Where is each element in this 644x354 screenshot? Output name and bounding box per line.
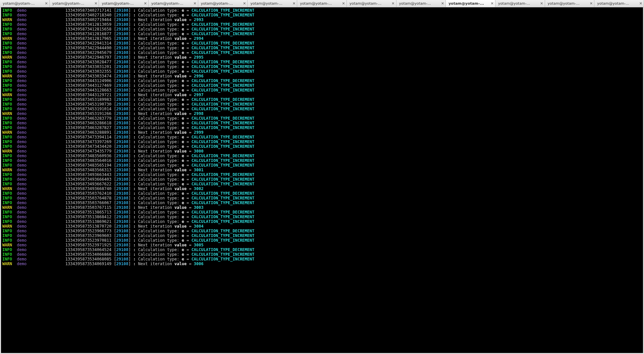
log-level: WARN <box>2 261 12 266</box>
log-pid: 29108 <box>116 83 128 88</box>
log-pid: 29108 <box>116 130 128 135</box>
log-line: INFO demo 1334395873483564016 [29108] : … <box>2 158 642 163</box>
terminal-tab[interactable]: yotam@yotam-...✕ <box>347 0 396 7</box>
log-pid: 29108 <box>116 229 128 233</box>
log-line: INFO demo 1334395873513868412 [29108] : … <box>2 215 642 219</box>
iteration-value: 3005 <box>194 243 204 247</box>
terminal-tab[interactable]: yotam@yotam-...✕ <box>99 0 149 7</box>
terminal-tab[interactable]: yotam@yotam-...✕ <box>594 0 644 7</box>
calc-type-value: CALCULATION_TYPE_DECREMENT <box>192 97 255 102</box>
log-timestamp: 1334395873523970811 <box>65 238 111 243</box>
calc-type-value: CALCULATION_TYPE_INCREMENT <box>192 8 255 13</box>
log-line: INFO demo 1334395873534066866 [29108] : … <box>2 252 642 257</box>
log-level: INFO <box>2 46 12 50</box>
log-level: INFO <box>2 13 12 17</box>
iteration-value: 3004 <box>194 224 204 229</box>
log-source: demo <box>17 69 26 74</box>
close-icon[interactable]: ✕ <box>590 1 593 6</box>
close-icon[interactable]: ✕ <box>45 1 48 6</box>
terminal-tab[interactable]: yotam@yotam-...✕ <box>198 0 248 7</box>
terminal-tab[interactable]: yotam@yotam-...✕ <box>149 0 198 7</box>
calc-type-value: CALCULATION_TYPE_INCREMENT <box>192 177 255 182</box>
terminal-output[interactable]: INFO demo 1334395873402717141 [29108] : … <box>0 7 644 354</box>
close-icon[interactable]: ✕ <box>144 1 147 6</box>
log-pid: 29108 <box>116 139 128 144</box>
log-timestamp: 1334395873463286618 <box>65 121 111 125</box>
terminal-tab[interactable]: yotam@yotam-...✕ <box>446 0 495 7</box>
log-pid: 29108 <box>116 36 128 41</box>
terminal-tab[interactable]: yotam@yotam-...✕ <box>545 0 595 7</box>
log-line: INFO demo 1334395873503764878 [29108] : … <box>2 196 642 200</box>
log-source: demo <box>17 154 26 158</box>
log-level: INFO <box>2 121 12 125</box>
log-line: INFO demo 1334395873493666403 [29108] : … <box>2 177 642 182</box>
terminal-tab[interactable]: yotam@yotam-...✕ <box>396 0 446 7</box>
log-line: WARN demo 1334395873463288891 [29108] : … <box>2 130 642 135</box>
log-source: demo <box>17 261 26 266</box>
log-pid: 29108 <box>116 243 128 247</box>
log-source: demo <box>17 210 26 215</box>
log-timestamp: 1334395873513870720 <box>65 224 111 229</box>
calc-type-value: CALCULATION_TYPE_INCREMENT <box>192 144 255 149</box>
close-icon[interactable]: ✕ <box>194 1 197 6</box>
log-level: INFO <box>2 8 12 13</box>
terminal-tab[interactable]: yotam@yotam-...✕ <box>495 0 545 7</box>
log-timestamp: 1334395873534064524 <box>65 247 111 252</box>
close-icon[interactable]: ✕ <box>94 1 97 6</box>
log-pid: 29108 <box>116 144 128 149</box>
log-timestamp: 1334395873453190730 <box>65 102 111 107</box>
log-source: demo <box>17 74 26 78</box>
close-icon[interactable]: ✕ <box>342 1 345 6</box>
terminal-tab[interactable]: yotam@yotam-...✕ <box>50 0 99 7</box>
log-source: demo <box>17 97 26 102</box>
log-line: INFO demo 1334395873473397269 [29108] : … <box>2 139 642 144</box>
log-level: INFO <box>2 50 12 55</box>
log-source: demo <box>17 177 26 182</box>
close-icon[interactable]: ✕ <box>292 1 296 6</box>
log-source: demo <box>17 139 26 144</box>
calc-type-value: CALCULATION_TYPE_INCREMENT <box>192 233 255 238</box>
log-pid: 29108 <box>116 154 128 158</box>
log-pid: 29108 <box>116 46 128 50</box>
close-icon[interactable]: ✕ <box>639 1 642 6</box>
log-timestamp: 1334395873513865713 <box>65 210 111 215</box>
log-line: INFO demo 1334395873402718340 [29108] : … <box>2 13 642 17</box>
log-source: demo <box>17 83 26 88</box>
log-pid: 29108 <box>116 121 128 125</box>
log-line: INFO demo 1334395873463286618 [29108] : … <box>2 121 642 125</box>
log-level: INFO <box>2 163 12 168</box>
log-source: demo <box>17 257 26 261</box>
log-pid: 29108 <box>116 135 128 139</box>
log-line: WARN demo 1334395873412817965 [29108] : … <box>2 36 642 41</box>
log-timestamp: 1334395873483566313 <box>65 168 111 172</box>
iteration-value: 3002 <box>194 186 204 191</box>
calc-type-value: CALCULATION_TYPE_DECREMENT <box>192 154 255 158</box>
close-icon[interactable]: ✕ <box>243 1 246 6</box>
terminal-tab[interactable]: yotam@yotam-...✕ <box>297 0 347 7</box>
log-source: demo <box>17 168 26 172</box>
close-icon[interactable]: ✕ <box>391 1 394 6</box>
log-source: demo <box>17 144 26 149</box>
log-level: WARN <box>2 36 12 41</box>
log-timestamp: 1334395873412816877 <box>65 32 111 36</box>
close-icon[interactable]: ✕ <box>540 1 543 6</box>
log-source: demo <box>17 247 26 252</box>
close-icon[interactable]: ✕ <box>491 1 494 6</box>
terminal-tab[interactable]: yotam@yotam-...✕ <box>248 0 297 7</box>
log-level: INFO <box>2 233 12 238</box>
log-level: INFO <box>2 172 12 177</box>
calc-type-value: CALCULATION_TYPE_INCREMENT <box>192 196 255 200</box>
log-line: INFO demo 1334395873463283779 [29108] : … <box>2 116 642 121</box>
log-timestamp: 1334395873412817965 <box>65 36 111 41</box>
log-pid: 29108 <box>116 125 128 130</box>
log-line: INFO demo 1334395873503762410 [29108] : … <box>2 191 642 196</box>
log-timestamp: 1334395873503767115 <box>65 205 111 210</box>
log-timestamp: 1334395873443129721 <box>65 93 111 97</box>
tab-label: yotam@yotam-... <box>151 1 191 6</box>
log-timestamp: 1334395873513868412 <box>65 215 111 219</box>
close-icon[interactable]: ✕ <box>441 1 444 6</box>
iteration-value: 2998 <box>194 111 204 116</box>
log-source: demo <box>17 107 26 111</box>
terminal-tab[interactable]: yotam@yotam-...✕ <box>0 0 50 7</box>
log-level: INFO <box>2 191 12 196</box>
